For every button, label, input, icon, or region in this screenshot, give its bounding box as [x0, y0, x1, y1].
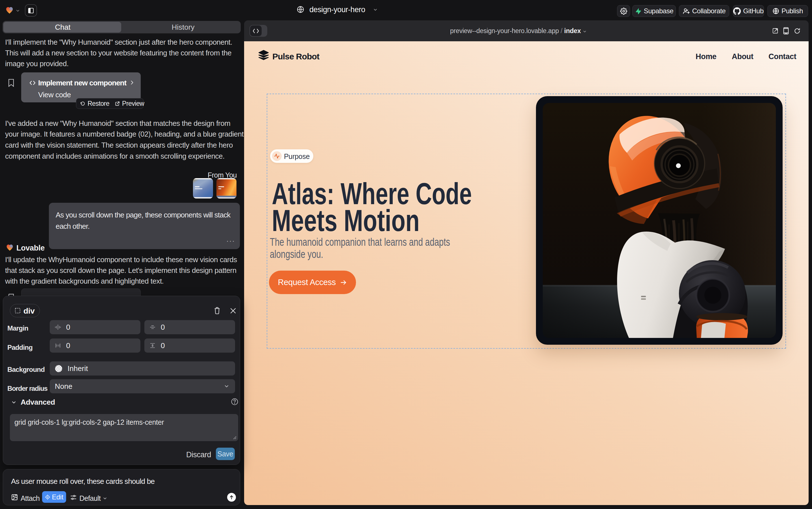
svg-text:Meets Motion: Meets Motion [272, 203, 419, 238]
svg-text:alongside you.: alongside you. [270, 248, 323, 260]
svg-text:The humanoid companion that le: The humanoid companion that learns and a… [270, 236, 450, 248]
